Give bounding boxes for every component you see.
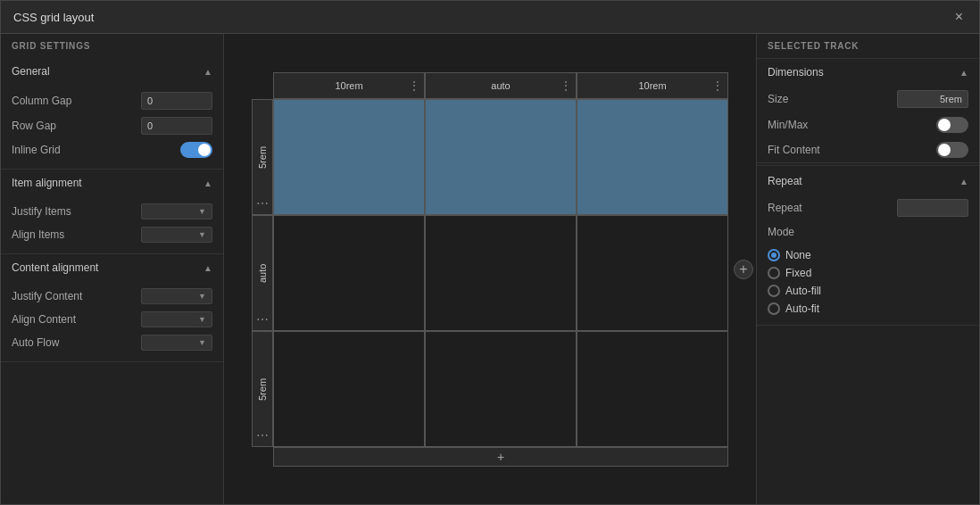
align-items-dropdown[interactable]: ▼ (141, 227, 212, 243)
justify-items-dropdown[interactable]: ▼ (141, 203, 212, 219)
content-alignment-content: Justify Content ▼ Align Content ▼ (1, 281, 223, 361)
repeat-label: Repeat (768, 202, 890, 214)
align-content-dropdown[interactable]: ▼ (141, 311, 212, 327)
grid-col-label-1: auto (491, 80, 510, 91)
grid-settings-header: GRID SETTINGS (1, 34, 223, 58)
general-title-row[interactable]: General ▲ (1, 58, 223, 85)
fit-content-toggle[interactable] (936, 142, 968, 158)
grid-row-header-2: ⋯ 5rem (252, 331, 273, 447)
right-panel: SELECTED TRACK Dimensions ▲ Size Min/Max (756, 34, 979, 504)
grid-col-label-2: 10rem (638, 80, 666, 91)
col-2-more-icon[interactable]: ⋮ (711, 79, 724, 93)
justify-items-row: Justify Items ▼ (1, 200, 223, 223)
auto-flow-dropdown[interactable]: ▼ (141, 335, 212, 351)
size-input[interactable] (897, 90, 968, 108)
grid-cell-1-2[interactable] (577, 215, 728, 331)
dialog-title: CSS grid layout (13, 11, 94, 24)
mode-none-dot (771, 252, 777, 258)
general-content: Column Gap Row Gap Inline Grid (1, 85, 223, 169)
grid-col-header-1: auto ⋮ (425, 72, 577, 99)
selected-track-header: SELECTED TRACK (757, 34, 979, 59)
column-gap-input[interactable] (141, 92, 212, 110)
fit-content-knob (938, 144, 951, 156)
inline-grid-knob (198, 144, 211, 156)
mode-autofill-option[interactable]: Auto-fill (768, 282, 968, 300)
mode-autofill-label: Auto-fill (785, 285, 821, 297)
repeat-title-row[interactable]: Repeat ▲ (757, 168, 979, 195)
repeat-chevron-icon: ▲ (959, 177, 968, 186)
repeat-section: Repeat ▲ Repeat Mode None (757, 168, 979, 326)
mode-label: Mode (768, 226, 968, 238)
fit-content-row: Fit Content (757, 137, 979, 162)
grid-wrapper: 10rem ⋮ auto ⋮ 10rem ⋮ (252, 72, 728, 467)
grid-cells (273, 99, 728, 447)
inline-grid-toggle[interactable] (180, 142, 212, 158)
dimensions-chevron-icon: ▲ (959, 68, 968, 78)
grid-cell-1-0[interactable] (273, 215, 425, 331)
add-column-button[interactable]: + (734, 260, 753, 279)
add-row-button[interactable]: + (273, 447, 728, 467)
row-2-more-icon[interactable]: ⋯ (256, 428, 269, 443)
repeat-field-row: Repeat (757, 195, 979, 221)
column-gap-label: Column Gap (12, 95, 134, 107)
col-1-more-icon[interactable]: ⋮ (560, 79, 572, 93)
mode-autofill-radio[interactable] (768, 285, 780, 297)
column-gap-row: Column Gap (1, 88, 223, 113)
align-content-arrow-icon: ▼ (198, 315, 206, 324)
repeat-input[interactable] (897, 199, 968, 217)
item-alignment-section: Item alignment ▲ Justify Items ▼ Align I… (1, 170, 223, 254)
mode-none-radio[interactable] (768, 249, 780, 261)
grid-cell-2-2[interactable] (577, 331, 728, 447)
mode-autofit-option[interactable]: Auto-fit (768, 300, 968, 318)
mode-fixed-option[interactable]: Fixed (768, 264, 968, 282)
grid-cell-0-1[interactable] (425, 99, 577, 215)
dimensions-title-row[interactable]: Dimensions ▲ (757, 59, 979, 86)
grid-cell-1-1[interactable] (425, 215, 577, 331)
grid-row-headers: ⋯ 5rem ⋯ auto ⋯ 5rem (252, 99, 273, 447)
mode-fixed-label: Fixed (785, 267, 811, 279)
min-max-toggle[interactable] (936, 117, 968, 133)
content-alignment-title-row[interactable]: Content alignment ▲ (1, 254, 223, 281)
item-alignment-title-row[interactable]: Item alignment ▲ (1, 170, 223, 196)
item-alignment-title: Item alignment (12, 177, 82, 189)
auto-flow-arrow-icon: ▼ (198, 338, 206, 347)
size-label: Size (768, 93, 890, 105)
align-items-arrow-icon: ▼ (198, 230, 206, 239)
grid-col-headers: 10rem ⋮ auto ⋮ 10rem ⋮ (273, 72, 728, 99)
grid-cell-2-1[interactable] (425, 331, 577, 447)
justify-content-dropdown[interactable]: ▼ (141, 288, 212, 304)
mode-none-option[interactable]: None (768, 246, 968, 264)
justify-items-arrow-icon: ▼ (198, 207, 206, 216)
row-1-more-icon[interactable]: ⋯ (256, 312, 269, 327)
mode-autofit-radio[interactable] (768, 302, 780, 315)
item-alignment-chevron-icon: ▲ (203, 178, 212, 188)
row-0-more-icon[interactable]: ⋯ (256, 196, 269, 211)
justify-items-label: Justify Items (12, 205, 134, 218)
justify-content-arrow-icon: ▼ (198, 292, 206, 301)
mode-row: Mode (757, 221, 979, 243)
min-max-knob (938, 119, 951, 131)
col-0-more-icon[interactable]: ⋮ (408, 79, 420, 93)
grid-row-header-0: ⋯ 5rem (252, 99, 273, 215)
grid-col-header-2: 10rem ⋮ (577, 72, 728, 99)
grid-row-label-2: 5rem (257, 377, 268, 400)
row-gap-label: Row Gap (12, 120, 134, 132)
align-items-label: Align Items (12, 228, 134, 241)
grid-cell-0-2[interactable] (577, 99, 728, 215)
row-gap-input[interactable] (141, 117, 212, 135)
auto-flow-row: Auto Flow ▼ (1, 331, 223, 354)
justify-content-row: Justify Content ▼ (1, 285, 223, 308)
grid-col-label-0: 10rem (335, 80, 362, 91)
justify-content-label: Justify Content (12, 290, 134, 302)
dimensions-title: Dimensions (768, 66, 824, 79)
grid-row-label-1: auto (257, 263, 268, 282)
auto-flow-label: Auto Flow (12, 336, 134, 349)
inline-grid-row: Inline Grid (1, 138, 223, 161)
close-button[interactable]: × (951, 8, 967, 26)
dimensions-section: Dimensions ▲ Size Min/Max Fit Content (757, 59, 979, 163)
grid-cell-2-0[interactable] (273, 331, 425, 447)
grid-container: 10rem ⋮ auto ⋮ 10rem ⋮ (224, 34, 756, 504)
grid-cell-0-0[interactable] (273, 99, 425, 215)
mode-fixed-radio[interactable] (768, 267, 780, 279)
mode-radio-group: None Fixed Auto-fill Auto-fit (757, 243, 979, 325)
